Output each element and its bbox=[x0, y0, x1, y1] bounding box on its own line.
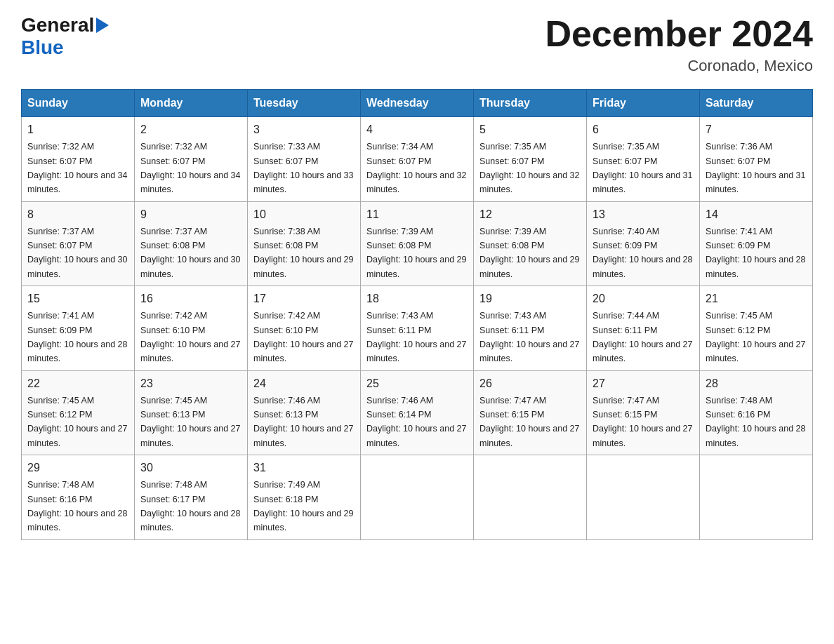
day-number: 23 bbox=[140, 375, 241, 392]
col-tuesday: Tuesday bbox=[248, 90, 361, 117]
day-number: 18 bbox=[366, 290, 468, 307]
calendar-cell: 20 Sunrise: 7:44 AMSunset: 6:11 PMDaylig… bbox=[587, 286, 700, 371]
calendar-cell bbox=[587, 455, 700, 540]
calendar-cell: 21 Sunrise: 7:45 AMSunset: 6:12 PMDaylig… bbox=[700, 286, 813, 371]
calendar-week-row: 8 Sunrise: 7:37 AMSunset: 6:07 PMDayligh… bbox=[22, 201, 813, 286]
day-number: 27 bbox=[593, 375, 694, 392]
day-info: Sunrise: 7:45 AMSunset: 6:12 PMDaylight:… bbox=[27, 396, 127, 448]
day-info: Sunrise: 7:40 AMSunset: 6:09 PMDaylight:… bbox=[593, 227, 692, 279]
day-number: 29 bbox=[27, 459, 128, 476]
day-info: Sunrise: 7:47 AMSunset: 6:15 PMDaylight:… bbox=[479, 396, 579, 448]
day-info: Sunrise: 7:42 AMSunset: 6:10 PMDaylight:… bbox=[140, 311, 240, 363]
day-number: 25 bbox=[366, 375, 468, 392]
day-info: Sunrise: 7:48 AMSunset: 6:17 PMDaylight:… bbox=[140, 480, 240, 532]
day-number: 24 bbox=[253, 375, 355, 392]
day-info: Sunrise: 7:35 AMSunset: 6:07 PMDaylight:… bbox=[593, 142, 692, 194]
day-info: Sunrise: 7:37 AMSunset: 6:07 PMDaylight:… bbox=[27, 227, 127, 279]
day-number: 22 bbox=[27, 375, 128, 392]
calendar-cell: 8 Sunrise: 7:37 AMSunset: 6:07 PMDayligh… bbox=[22, 201, 135, 286]
day-number: 13 bbox=[593, 206, 694, 223]
calendar-cell: 16 Sunrise: 7:42 AMSunset: 6:10 PMDaylig… bbox=[135, 286, 248, 371]
location-title: Coronado, Mexico bbox=[545, 57, 813, 75]
calendar-cell: 15 Sunrise: 7:41 AMSunset: 6:09 PMDaylig… bbox=[22, 286, 135, 371]
day-info: Sunrise: 7:36 AMSunset: 6:07 PMDaylight:… bbox=[706, 142, 805, 194]
calendar-cell: 12 Sunrise: 7:39 AMSunset: 6:08 PMDaylig… bbox=[474, 201, 587, 286]
day-number: 30 bbox=[140, 459, 241, 476]
day-info: Sunrise: 7:45 AMSunset: 6:12 PMDaylight:… bbox=[706, 311, 805, 363]
calendar-cell bbox=[700, 455, 813, 540]
calendar-cell: 29 Sunrise: 7:48 AMSunset: 6:16 PMDaylig… bbox=[22, 455, 135, 540]
calendar-cell: 6 Sunrise: 7:35 AMSunset: 6:07 PMDayligh… bbox=[587, 117, 700, 202]
day-info: Sunrise: 7:38 AMSunset: 6:08 PMDaylight:… bbox=[253, 227, 353, 279]
day-number: 6 bbox=[593, 121, 694, 138]
calendar-cell: 14 Sunrise: 7:41 AMSunset: 6:09 PMDaylig… bbox=[700, 201, 813, 286]
title-block: December 2024 Coronado, Mexico bbox=[545, 14, 813, 75]
col-monday: Monday bbox=[135, 90, 248, 117]
day-number: 28 bbox=[706, 375, 807, 392]
day-info: Sunrise: 7:43 AMSunset: 6:11 PMDaylight:… bbox=[479, 311, 579, 363]
logo-triangle-icon bbox=[96, 18, 109, 36]
day-number: 19 bbox=[479, 290, 581, 307]
day-number: 21 bbox=[706, 290, 807, 307]
day-info: Sunrise: 7:47 AMSunset: 6:15 PMDaylight:… bbox=[593, 396, 692, 448]
calendar-cell: 30 Sunrise: 7:48 AMSunset: 6:17 PMDaylig… bbox=[135, 455, 248, 540]
day-info: Sunrise: 7:33 AMSunset: 6:07 PMDaylight:… bbox=[253, 142, 353, 194]
calendar-cell: 23 Sunrise: 7:45 AMSunset: 6:13 PMDaylig… bbox=[135, 370, 248, 455]
calendar-cell: 26 Sunrise: 7:47 AMSunset: 6:15 PMDaylig… bbox=[474, 370, 587, 455]
day-number: 14 bbox=[706, 206, 807, 223]
calendar-week-row: 22 Sunrise: 7:45 AMSunset: 6:12 PMDaylig… bbox=[22, 370, 813, 455]
day-info: Sunrise: 7:42 AMSunset: 6:10 PMDaylight:… bbox=[253, 311, 353, 363]
day-number: 7 bbox=[706, 121, 807, 138]
logo-general: General bbox=[21, 14, 94, 36]
calendar-week-row: 1 Sunrise: 7:32 AMSunset: 6:07 PMDayligh… bbox=[22, 117, 813, 202]
day-info: Sunrise: 7:46 AMSunset: 6:14 PMDaylight:… bbox=[366, 396, 466, 448]
calendar-cell: 19 Sunrise: 7:43 AMSunset: 6:11 PMDaylig… bbox=[474, 286, 587, 371]
calendar-cell: 31 Sunrise: 7:49 AMSunset: 6:18 PMDaylig… bbox=[248, 455, 361, 540]
day-info: Sunrise: 7:39 AMSunset: 6:08 PMDaylight:… bbox=[366, 227, 466, 279]
col-sunday: Sunday bbox=[22, 90, 135, 117]
calendar-cell bbox=[474, 455, 587, 540]
day-info: Sunrise: 7:37 AMSunset: 6:08 PMDaylight:… bbox=[140, 227, 240, 279]
day-number: 8 bbox=[27, 206, 128, 223]
calendar-cell: 9 Sunrise: 7:37 AMSunset: 6:08 PMDayligh… bbox=[135, 201, 248, 286]
day-number: 26 bbox=[479, 375, 581, 392]
day-info: Sunrise: 7:46 AMSunset: 6:13 PMDaylight:… bbox=[253, 396, 353, 448]
day-info: Sunrise: 7:39 AMSunset: 6:08 PMDaylight:… bbox=[479, 227, 579, 279]
calendar-cell: 5 Sunrise: 7:35 AMSunset: 6:07 PMDayligh… bbox=[474, 117, 587, 202]
col-wednesday: Wednesday bbox=[361, 90, 474, 117]
calendar-cell: 3 Sunrise: 7:33 AMSunset: 6:07 PMDayligh… bbox=[248, 117, 361, 202]
day-info: Sunrise: 7:35 AMSunset: 6:07 PMDaylight:… bbox=[479, 142, 579, 194]
calendar-week-row: 15 Sunrise: 7:41 AMSunset: 6:09 PMDaylig… bbox=[22, 286, 813, 371]
day-number: 1 bbox=[27, 121, 128, 138]
day-number: 31 bbox=[253, 459, 355, 476]
calendar-cell bbox=[361, 455, 474, 540]
day-info: Sunrise: 7:48 AMSunset: 6:16 PMDaylight:… bbox=[27, 480, 127, 532]
day-number: 16 bbox=[140, 290, 241, 307]
calendar-cell: 7 Sunrise: 7:36 AMSunset: 6:07 PMDayligh… bbox=[700, 117, 813, 202]
calendar-cell: 10 Sunrise: 7:38 AMSunset: 6:08 PMDaylig… bbox=[248, 201, 361, 286]
day-info: Sunrise: 7:41 AMSunset: 6:09 PMDaylight:… bbox=[27, 311, 127, 363]
day-number: 15 bbox=[27, 290, 128, 307]
day-info: Sunrise: 7:44 AMSunset: 6:11 PMDaylight:… bbox=[593, 311, 692, 363]
day-number: 10 bbox=[253, 206, 355, 223]
calendar-cell: 28 Sunrise: 7:48 AMSunset: 6:16 PMDaylig… bbox=[700, 370, 813, 455]
day-info: Sunrise: 7:45 AMSunset: 6:13 PMDaylight:… bbox=[140, 396, 240, 448]
page-header: General Blue December 2024 Coronado, Mex… bbox=[21, 14, 813, 75]
day-info: Sunrise: 7:32 AMSunset: 6:07 PMDaylight:… bbox=[27, 142, 127, 194]
day-number: 5 bbox=[479, 121, 581, 138]
calendar-cell: 25 Sunrise: 7:46 AMSunset: 6:14 PMDaylig… bbox=[361, 370, 474, 455]
calendar-cell: 18 Sunrise: 7:43 AMSunset: 6:11 PMDaylig… bbox=[361, 286, 474, 371]
day-info: Sunrise: 7:34 AMSunset: 6:07 PMDaylight:… bbox=[366, 142, 466, 194]
calendar-header-row: Sunday Monday Tuesday Wednesday Thursday… bbox=[22, 90, 813, 117]
day-number: 20 bbox=[593, 290, 694, 307]
day-number: 9 bbox=[140, 206, 241, 223]
calendar-cell: 1 Sunrise: 7:32 AMSunset: 6:07 PMDayligh… bbox=[22, 117, 135, 202]
calendar-cell: 27 Sunrise: 7:47 AMSunset: 6:15 PMDaylig… bbox=[587, 370, 700, 455]
month-title: December 2024 bbox=[545, 14, 813, 54]
calendar-cell: 24 Sunrise: 7:46 AMSunset: 6:13 PMDaylig… bbox=[248, 370, 361, 455]
calendar-cell: 2 Sunrise: 7:32 AMSunset: 6:07 PMDayligh… bbox=[135, 117, 248, 202]
day-info: Sunrise: 7:32 AMSunset: 6:07 PMDaylight:… bbox=[140, 142, 240, 194]
col-thursday: Thursday bbox=[474, 90, 587, 117]
calendar-week-row: 29 Sunrise: 7:48 AMSunset: 6:16 PMDaylig… bbox=[22, 455, 813, 540]
calendar-cell: 11 Sunrise: 7:39 AMSunset: 6:08 PMDaylig… bbox=[361, 201, 474, 286]
